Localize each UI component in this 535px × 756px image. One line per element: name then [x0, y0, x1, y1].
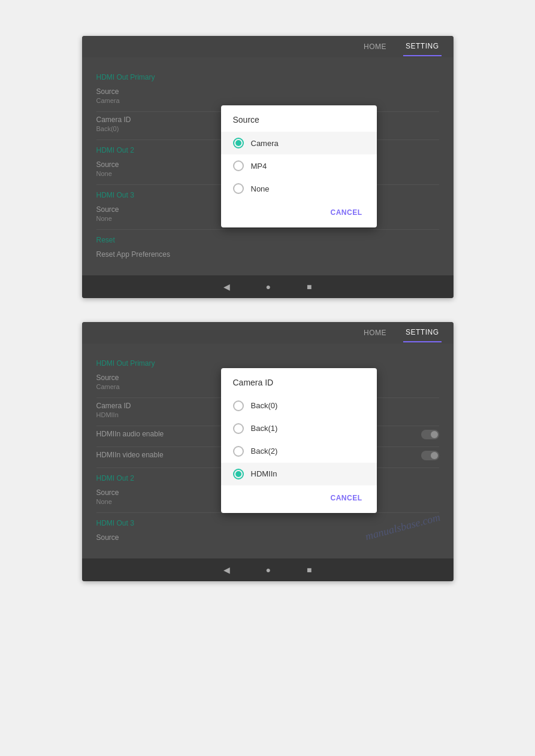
home-icon-2[interactable]: ●: [266, 565, 271, 575]
radio-back2-2: [233, 446, 244, 457]
screen-2: HOME SETTING HDMI Out Primary Source Cam…: [82, 322, 454, 581]
tab-home-1[interactable]: HOME: [361, 38, 389, 56]
recent-icon-1[interactable]: ■: [307, 282, 312, 292]
tab-setting-1[interactable]: SETTING: [403, 37, 442, 56]
radio-none-1: [233, 183, 244, 194]
content-area-2: HDMI Out Primary Source Camera Camera ID…: [82, 344, 454, 558]
tab-setting-2[interactable]: SETTING: [403, 323, 442, 342]
nav-bar-1: ◀ ● ■: [82, 275, 454, 298]
recent-icon-2[interactable]: ■: [307, 565, 312, 575]
option-none-1[interactable]: None: [221, 177, 377, 200]
nav-bar-2: ◀ ● ■: [82, 558, 454, 581]
top-bar-2: HOME SETTING: [82, 322, 454, 344]
option-hdmiin-label-2: HDMIIn: [251, 469, 277, 478]
option-mp4-label-1: MP4: [251, 162, 267, 171]
option-back1-label-2: Back(1): [251, 424, 278, 433]
page-wrapper: HOME SETTING HDMI Out Primary Source Cam…: [0, 0, 535, 617]
home-icon-1[interactable]: ●: [266, 282, 271, 292]
radio-hdmiin-2: [233, 469, 244, 479]
option-back2-label-2: Back(2): [251, 447, 278, 456]
option-back2-2[interactable]: Back(2): [221, 440, 377, 463]
dialog-title-2: Camera ID: [221, 378, 377, 394]
dialog-title-1: Source: [221, 115, 377, 132]
option-back0-2[interactable]: Back(0): [221, 394, 377, 417]
screen-1: HOME SETTING HDMI Out Primary Source Cam…: [82, 36, 454, 298]
cancel-button-2[interactable]: CANCEL: [326, 490, 367, 506]
radio-back0-2: [233, 400, 244, 411]
radio-camera-1: [233, 138, 244, 148]
back-icon-2[interactable]: ◀: [223, 565, 230, 575]
option-back0-label-2: Back(0): [251, 401, 278, 410]
source-dialog-1: Source Camera MP4 None CANCEL: [221, 105, 377, 227]
option-camera-label-1: Camera: [251, 139, 279, 148]
option-mp4-1[interactable]: MP4: [221, 154, 377, 177]
back-icon-1[interactable]: ◀: [223, 282, 230, 292]
option-back1-2[interactable]: Back(1): [221, 417, 377, 440]
dialog-actions-1: CANCEL: [221, 200, 377, 223]
top-bar-1: HOME SETTING: [82, 36, 454, 57]
cameraid-dialog-2: Camera ID Back(0) Back(1) Back(2) HDMIIn: [221, 368, 377, 513]
cancel-button-1[interactable]: CANCEL: [326, 205, 367, 220]
option-hdmiin-2[interactable]: HDMIIn: [221, 463, 377, 485]
option-none-label-1: None: [251, 184, 270, 193]
radio-mp4-1: [233, 160, 244, 171]
option-camera-1[interactable]: Camera: [221, 132, 377, 154]
radio-back1-2: [233, 423, 244, 434]
tab-home-2[interactable]: HOME: [361, 324, 389, 342]
content-area-1: HDMI Out Primary Source Camera Camera ID…: [82, 57, 454, 275]
dialog-actions-2: CANCEL: [221, 485, 377, 508]
